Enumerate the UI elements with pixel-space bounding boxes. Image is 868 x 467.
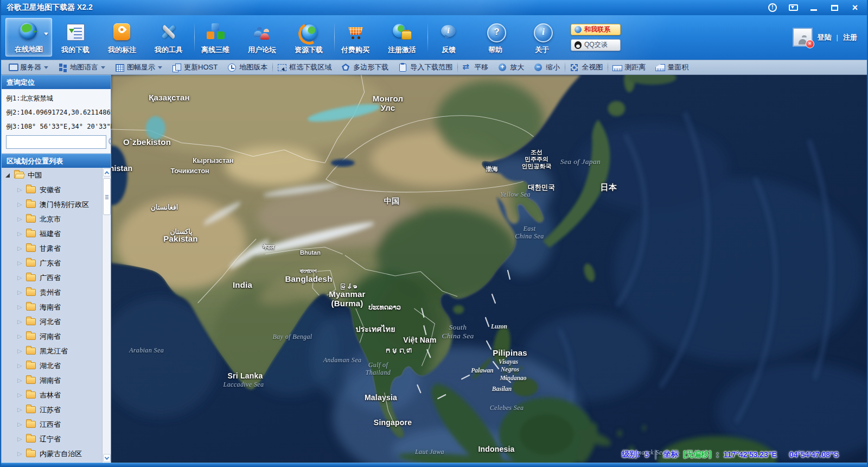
- tree-node-china[interactable]: 中国: [2, 168, 102, 182]
- toolbar-button[interactable]: 付费购买: [332, 18, 379, 56]
- toolbar-button[interactable]: 用户论坛: [239, 18, 285, 56]
- main-toolbar: 在线地图 我的下载 我的标注 我的工具 离线三维 用户论坛: [1, 15, 867, 60]
- tree-node-label: 北京市: [40, 214, 61, 224]
- minimize-button[interactable]: [807, 2, 820, 14]
- login-divider: |: [837, 33, 838, 41]
- tree-collapsed-icon: ▷: [17, 304, 23, 311]
- tree-node-province[interactable]: ▷ 湖南省: [2, 373, 102, 388]
- ribbon-button[interactable]: 缩小: [529, 60, 565, 74]
- toolbar-button[interactable]: 我的下载: [52, 18, 99, 56]
- tree-node-province[interactable]: ▷ 辽宁省: [2, 432, 102, 446]
- register-link[interactable]: 注册: [843, 33, 857, 42]
- map-canvas[interactable]: ҚазақстанМонгол УлсO`zbekistonКыргызстан…: [111, 75, 867, 463]
- ribbon-button-icon: [612, 63, 622, 72]
- title-bar: 谷歌卫星地图下载器 X2.2: [1, 0, 867, 15]
- toolbar-button-icon: [65, 22, 86, 42]
- tree-node-province[interactable]: ▷ 北京市: [2, 212, 102, 226]
- ribbon-button[interactable]: 框选下载区域: [272, 60, 336, 74]
- qq-chat-label: QQ交谈: [584, 40, 608, 49]
- ribbon-button[interactable]: 放大: [493, 60, 529, 74]
- folder-icon: [26, 245, 36, 252]
- toolbar-button[interactable]: 帮助: [472, 18, 519, 56]
- sidebar: 查询定位 例1:北京紫禁城例2:104.09691724,30.62114865…: [1, 75, 111, 463]
- folder-icon: [26, 450, 36, 457]
- toolbar-button[interactable]: 资源下载: [285, 18, 332, 56]
- toolbar-button[interactable]: 在线地图: [5, 18, 52, 56]
- tree-node-province[interactable]: ▷ 河北省: [2, 314, 102, 329]
- tree-node-province[interactable]: ▷ 海南省: [2, 300, 102, 314]
- tree-node-province[interactable]: ▷ 江西省: [2, 417, 102, 432]
- tray-button[interactable]: [787, 2, 800, 14]
- tree-collapsed-icon: ▷: [17, 201, 23, 208]
- search-input[interactable]: [7, 136, 106, 148]
- ribbon-button[interactable]: 地图语言: [53, 60, 110, 74]
- ribbon-button[interactable]: 导入下载范围: [393, 60, 457, 74]
- toolbar-button[interactable]: 反馈: [425, 18, 472, 56]
- ribbon-button[interactable]: 地图版本: [222, 60, 272, 74]
- search-box: [6, 135, 106, 149]
- toolbar-button-label: 关于: [535, 45, 549, 55]
- tree-collapsed-icon: ▷: [17, 436, 23, 443]
- chevron-up-icon: [104, 171, 108, 175]
- ribbon-button[interactable]: 图幅显示: [110, 60, 167, 74]
- tree-collapsed-icon: ▷: [17, 377, 23, 384]
- scroll-thumb[interactable]: [103, 178, 111, 215]
- tree-collapsed-icon: ▷: [17, 362, 23, 369]
- tree-rows: 中国 ▷ 安徽省 ▷ 澳门特别行政区 ▷ 北京: [2, 168, 102, 463]
- toolbar-button-label: 资源下载: [295, 45, 323, 55]
- tree-node-label: 黑龙江省: [40, 346, 68, 356]
- scroll-down-button[interactable]: [103, 454, 111, 462]
- close-button[interactable]: [848, 2, 861, 14]
- tree-node-province[interactable]: ▷ 黑龙江省: [2, 344, 102, 358]
- window-controls: [766, 2, 861, 14]
- tree-node-province[interactable]: ▷ 湖北省: [2, 358, 102, 373]
- tree-node-province[interactable]: ▷ 江苏省: [2, 402, 102, 417]
- maximize-button[interactable]: [828, 2, 841, 14]
- qq-chat-button[interactable]: QQ交谈: [571, 39, 621, 51]
- toolbar-button-icon: [158, 22, 180, 42]
- ribbon-button[interactable]: 多边形下载: [336, 60, 393, 74]
- folder-icon: [26, 274, 36, 281]
- tree-node-label: 福建省: [40, 229, 61, 239]
- toolbar-button-icon: [111, 22, 133, 42]
- tree-node-province[interactable]: ▷ 福建省: [2, 226, 102, 241]
- info-button[interactable]: [766, 2, 779, 14]
- toolbar-button[interactable]: 离线三维: [192, 18, 239, 56]
- toolbar-button-icon: [484, 22, 506, 42]
- ribbon-button-icon: [341, 63, 350, 72]
- tree-node-province[interactable]: ▷ 甘肃省: [2, 241, 102, 256]
- tree-node-province[interactable]: ▷ 贵州省: [2, 285, 102, 300]
- toolbar-button[interactable]: 我的工具: [145, 18, 192, 56]
- ribbon-button[interactable]: 量面积: [650, 60, 693, 74]
- ribbon-button[interactable]: 平移: [457, 60, 493, 74]
- tree-node-province[interactable]: ▷ 广西省: [2, 270, 102, 285]
- ribbon-button-label: 量面积: [667, 62, 688, 72]
- toolbar-button-label: 我的标注: [108, 45, 136, 55]
- contact-me-button[interactable]: 和我联系: [571, 24, 621, 35]
- ribbon-button[interactable]: 全视图: [565, 60, 608, 74]
- tree-node-province[interactable]: ▷ 广东省: [2, 256, 102, 270]
- tree-node-province[interactable]: ▷ 内蒙古自治区: [2, 446, 102, 461]
- tree-scrollbar: [102, 168, 111, 463]
- tree-collapsed-icon: ▷: [17, 289, 23, 296]
- tree-node-province[interactable]: ▷ 吉林省: [2, 388, 102, 402]
- folder-icon: [26, 348, 36, 355]
- toolbar-button[interactable]: 关于: [519, 18, 565, 56]
- tree-expanded-icon: [5, 173, 10, 178]
- ribbon-button[interactable]: 更新HOST: [167, 60, 222, 74]
- tree-node-province[interactable]: ▷ 安徽省: [2, 182, 102, 197]
- scroll-up-button[interactable]: [103, 168, 111, 176]
- toolbar-button[interactable]: 注册激活: [379, 18, 425, 56]
- toolbar-button[interactable]: 我的标注: [99, 18, 145, 56]
- tree-node-label: 贵州省: [40, 288, 61, 298]
- tree-node-province[interactable]: ▷ 澳门特别行政区: [2, 197, 102, 212]
- tree-node-label: 广西省: [40, 273, 61, 283]
- tree-node-province[interactable]: ▷ 河南省: [2, 329, 102, 344]
- open-folder-icon: [14, 172, 24, 179]
- tree-node-province[interactable]: ▷ 宁夏省: [2, 461, 102, 463]
- tree-collapsed-icon: ▷: [17, 274, 23, 281]
- ribbon-button[interactable]: 服务器: [3, 60, 53, 74]
- login-link[interactable]: 登陆: [818, 33, 832, 42]
- ribbon-button-label: 图幅显示: [127, 62, 155, 72]
- ribbon-button[interactable]: 测距离: [608, 60, 650, 74]
